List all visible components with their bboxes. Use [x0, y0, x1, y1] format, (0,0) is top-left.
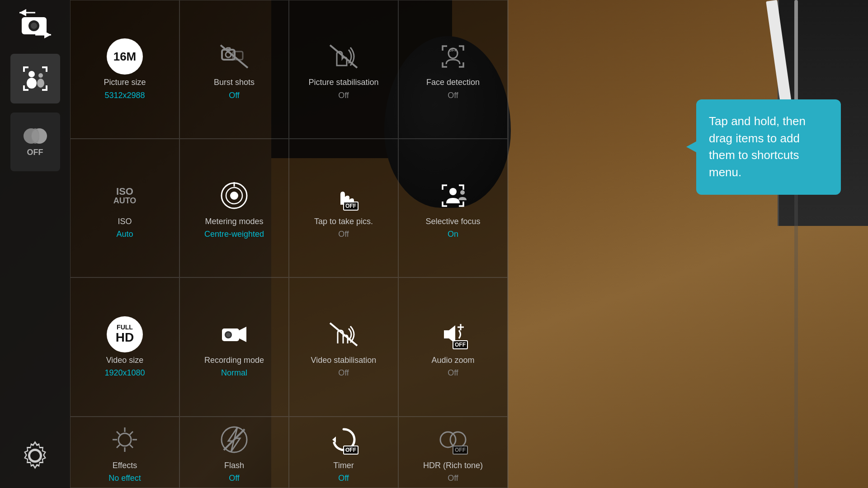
- metering-modes-label: Metering modes: [205, 216, 263, 227]
- svg-point-13: [31, 128, 39, 144]
- svg-point-7: [28, 71, 35, 77]
- audio-zoom-label: Audio zoom: [431, 355, 474, 366]
- timer-cell[interactable]: OFF Timer Off: [289, 417, 398, 488]
- svg-line-42: [130, 432, 133, 435]
- tap-to-take-value: Off: [338, 230, 349, 239]
- svg-point-2: [31, 23, 37, 29]
- flash-cell[interactable]: Flash Off: [179, 417, 289, 488]
- svg-text:OFF: OFF: [449, 48, 457, 52]
- flash-value: Off: [229, 474, 240, 483]
- picture-size-cell[interactable]: 16M Picture size 5312x2988: [70, 0, 179, 139]
- flash-label: Flash: [224, 460, 244, 471]
- recording-mode-value: Normal: [221, 368, 247, 378]
- exposure-toggle[interactable]: OFF: [10, 113, 60, 171]
- hdr-label: HDR (Rich tone): [423, 460, 483, 471]
- metering-modes-cell[interactable]: Metering modes Centre-weighted: [179, 139, 289, 277]
- effects-cell[interactable]: Effects No effect: [70, 417, 179, 488]
- tap-to-take-cell[interactable]: OFF Tap to take pics. Off: [289, 139, 398, 277]
- iso-label: ISO: [118, 216, 132, 227]
- face-detection-cell[interactable]: OFF Face detection Off: [398, 0, 508, 139]
- video-size-cell[interactable]: FULL HD Video size 868x488: [70, 277, 179, 416]
- timer-label: Timer: [333, 460, 354, 471]
- tap-to-take-label: Tap to take pics.: [314, 216, 373, 227]
- video-stabilisation-cell[interactable]: Video stabilisation Off: [289, 277, 398, 416]
- effects-label: Effects: [113, 460, 137, 471]
- picture-size-label: Picture size: [104, 77, 146, 88]
- burst-shots-value: Off: [229, 91, 240, 100]
- settings-grid: 16M Picture size 5312x2988 Burst shots O…: [70, 0, 509, 488]
- svg-line-40: [117, 432, 120, 435]
- svg-point-8: [27, 78, 37, 89]
- svg-line-43: [117, 445, 120, 448]
- iso-auto-text: AUTO: [113, 197, 137, 205]
- recording-mode-label: Recording mode: [204, 355, 264, 366]
- burst-shots-label: Burst shots: [214, 77, 255, 88]
- picture-stabilisation-cell[interactable]: Picture stabilisation Off: [289, 0, 398, 139]
- svg-line-19: [330, 45, 357, 68]
- effects-value: No effect: [108, 474, 141, 483]
- face-detection-value: Off: [448, 91, 458, 100]
- iso-text: ISO: [116, 187, 133, 197]
- iso-cell[interactable]: ISO AUTO ISO Auto: [70, 139, 179, 277]
- video-size-label: Video size: [106, 355, 144, 366]
- timer-value: Off: [338, 474, 349, 483]
- video-stabilisation-value: Off: [338, 368, 349, 378]
- face-detection-label: Face detection: [426, 77, 480, 88]
- picture-size-value: 5312x2988: [104, 91, 145, 100]
- picture-stabilisation-value: Off: [338, 91, 349, 100]
- iso-value: Auto: [116, 230, 133, 239]
- svg-point-48: [450, 432, 466, 447]
- camera-switch-button[interactable]: [17, 9, 53, 40]
- video-stabilisation-label: Video stabilisation: [311, 355, 377, 366]
- svg-point-9: [38, 73, 43, 78]
- svg-marker-29: [239, 327, 246, 342]
- svg-line-41: [130, 445, 133, 448]
- svg-point-10: [37, 79, 44, 88]
- svg-point-24: [230, 192, 238, 200]
- svg-point-35: [118, 433, 131, 446]
- svg-point-26: [449, 188, 457, 195]
- metering-modes-value: Centre-weighted: [204, 230, 264, 239]
- burst-shots-cell[interactable]: Burst shots Off: [179, 0, 289, 139]
- video-size-value: 868x488: [104, 368, 145, 378]
- audio-zoom-cell[interactable]: OFF Audio zoom Off: [398, 277, 508, 416]
- audio-zoom-value: Off: [448, 368, 458, 378]
- svg-point-27: [460, 190, 465, 195]
- selective-focus-value: On: [448, 230, 458, 239]
- tooltip-text: Tap and hold, then drag items to add the…: [709, 114, 806, 179]
- face-detect-sidebar-button[interactable]: [10, 54, 60, 103]
- picture-stabilisation-label: Picture stabilisation: [308, 77, 378, 88]
- hdr-value: Off: [448, 474, 458, 483]
- tooltip-popup: Tap and hold, then drag items to add the…: [696, 99, 841, 195]
- grid-scrollbar[interactable]: [794, 0, 798, 488]
- recording-mode-cell[interactable]: Recording mode Normal: [179, 277, 289, 416]
- selective-focus-label: Selective focus: [425, 216, 480, 227]
- hdr-cell[interactable]: OFF HDR (Rich tone) Off: [398, 417, 508, 488]
- svg-line-18: [221, 45, 248, 68]
- settings-button[interactable]: [18, 439, 52, 474]
- exposure-off-label: OFF: [27, 148, 43, 157]
- selective-focus-cell[interactable]: Selective focus On: [398, 139, 508, 277]
- svg-point-31: [226, 333, 231, 337]
- sidebar: OFF: [0, 0, 70, 488]
